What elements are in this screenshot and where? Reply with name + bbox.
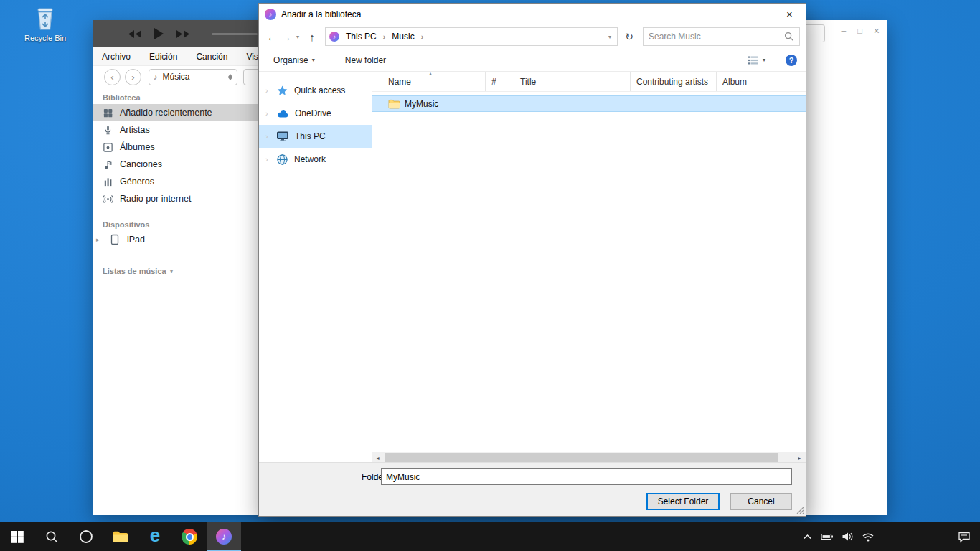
up-button[interactable]: ↑ (305, 31, 319, 43)
onedrive-cloud-icon (276, 108, 289, 118)
column-header-name[interactable]: ▴ Name (372, 72, 486, 91)
column-header-contributing-artists[interactable]: Contributing artists (631, 72, 717, 91)
internet-explorer-icon: e (150, 526, 160, 545)
file-name: MyMusic (405, 99, 438, 109)
network-globe-icon (276, 154, 288, 166)
media-kind-dropdown[interactable]: ♪ Música (149, 69, 237, 85)
itunes-location-icon: ♪ (329, 32, 339, 42)
address-bar[interactable]: ♪ This PC › Music › ▾ (325, 27, 618, 46)
sidebar-item-internet-radio[interactable]: Radio por internet (93, 190, 258, 207)
action-center-button[interactable] (958, 531, 971, 543)
this-pc-icon (276, 131, 289, 142)
search-box[interactable] (643, 27, 800, 46)
chrome-icon (182, 529, 197, 545)
nav-item-onedrive[interactable]: › OneDrive (259, 102, 372, 125)
close-icon: × (786, 8, 793, 20)
sidebar-item-songs[interactable]: Canciones (93, 156, 258, 173)
close-icon[interactable]: × (874, 25, 880, 37)
resize-grip[interactable] (796, 507, 804, 514)
minimize-icon[interactable]: – (841, 26, 846, 36)
scrollbar-thumb[interactable] (385, 453, 778, 463)
system-tray (802, 531, 875, 542)
internet-explorer-button[interactable]: e (138, 522, 172, 551)
dialog-close-button[interactable]: × (773, 4, 806, 24)
forward-button[interactable]: → (279, 31, 293, 43)
grid-icon (103, 108, 113, 118)
fast-forward-icon[interactable] (176, 29, 190, 39)
windows-logo-icon (11, 531, 24, 543)
folder-name-input[interactable] (381, 468, 792, 485)
column-header-number[interactable]: # (486, 72, 514, 91)
wifi-icon[interactable] (862, 532, 875, 542)
nav-item-network[interactable]: › Network (259, 148, 372, 171)
organise-button[interactable]: Organise ▾ (273, 55, 315, 65)
dialog-command-bar: Organise ▾ New folder ▾ ? (259, 49, 806, 72)
cortana-button[interactable] (69, 522, 103, 551)
refresh-button[interactable]: ↻ (620, 27, 639, 46)
sidebar-item-genres[interactable]: Géneros (93, 173, 258, 190)
dialog-nav-pane: › Quick access › OneDrive › (259, 72, 372, 452)
maximize-icon[interactable]: □ (857, 27, 862, 35)
sort-ascending-icon: ▴ (429, 70, 432, 77)
sidebar-item-artists[interactable]: Artistas (93, 121, 258, 138)
volume-slider[interactable] (212, 33, 258, 35)
volume-icon[interactable] (842, 531, 854, 542)
taskbar-search-button[interactable] (34, 522, 69, 551)
genres-icon (103, 176, 113, 187)
radio-broadcast-icon (103, 194, 113, 204)
chevron-right-icon[interactable]: › (265, 109, 268, 118)
file-list: ▴ Name # Title Contributing artists Albu… (372, 72, 806, 452)
nav-item-quick-access[interactable]: › Quick access (259, 79, 372, 102)
file-row-mymusic[interactable]: MyMusic (372, 95, 806, 112)
itunes-search-field-fragment[interactable] (806, 24, 825, 42)
rewind-icon[interactable] (128, 29, 142, 39)
column-header-album[interactable]: Album (717, 72, 806, 91)
recycle-bin-icon (33, 6, 57, 32)
select-folder-button[interactable]: Select Folder (646, 493, 720, 510)
playlists-section-header[interactable]: Listas de música ▾ (93, 261, 258, 278)
menu-edicion[interactable]: Edición (149, 52, 177, 62)
devices-section-header: Dispositivos (93, 215, 258, 231)
itunes-icon: ♪ (216, 529, 232, 545)
nav-item-this-pc[interactable]: › This PC (259, 125, 372, 148)
cancel-button[interactable]: Cancel (730, 493, 792, 510)
chevron-right-icon[interactable]: › (265, 155, 268, 164)
cortana-circle-icon (79, 529, 93, 544)
help-button[interactable]: ? (786, 55, 797, 66)
itunes-taskbar-button[interactable]: ♪ (207, 522, 241, 551)
start-button[interactable] (0, 522, 34, 551)
menu-cancion[interactable]: Canción (196, 52, 227, 62)
sidebar-item-albums[interactable]: Álbumes (93, 138, 258, 156)
recycle-bin[interactable]: Recycle Bin (22, 6, 69, 42)
back-button[interactable]: ← (265, 31, 279, 43)
history-dropdown-icon[interactable]: ▾ (293, 34, 302, 40)
battery-icon[interactable] (821, 531, 834, 542)
album-icon (103, 142, 113, 153)
breadcrumb-music[interactable]: Music (388, 32, 418, 42)
dialog-titlebar[interactable]: ♪ Añadir a la biblioteca (259, 4, 806, 24)
itunes-forward-button[interactable]: › (125, 69, 141, 85)
details-view-icon[interactable] (747, 55, 758, 65)
view-dropdown-icon[interactable]: ▾ (763, 57, 765, 63)
chevron-right-icon[interactable]: › (265, 132, 268, 141)
address-dropdown-icon[interactable]: ▾ (608, 34, 613, 40)
sidebar-item-ipad[interactable]: ▸ iPad (93, 231, 258, 248)
dialog-navigation-bar: ← → ▾ ↑ ♪ This PC › Music › ▾ ↻ (259, 24, 806, 49)
search-icon (45, 530, 59, 544)
chevron-right-icon[interactable]: › (265, 86, 268, 95)
menu-archivo[interactable]: Archivo (102, 52, 131, 62)
new-folder-button[interactable]: New folder (345, 55, 386, 65)
file-explorer-button[interactable] (103, 522, 138, 551)
search-input[interactable] (649, 32, 784, 42)
music-note-icon: ♪ (154, 72, 158, 81)
chevron-down-icon: ▾ (312, 57, 315, 63)
itunes-back-button[interactable]: ‹ (104, 69, 121, 85)
sidebar-item-recently-added[interactable]: Añadido recientemente (93, 104, 258, 121)
breadcrumb-this-pc[interactable]: This PC (342, 32, 380, 42)
expander-icon[interactable]: ▸ (96, 236, 103, 243)
chrome-button[interactable] (172, 522, 207, 551)
play-icon[interactable] (154, 27, 164, 40)
tray-chevron-up-icon[interactable] (802, 532, 813, 542)
dropdown-spinner-icon (228, 74, 232, 80)
column-header-title[interactable]: Title (514, 72, 631, 91)
